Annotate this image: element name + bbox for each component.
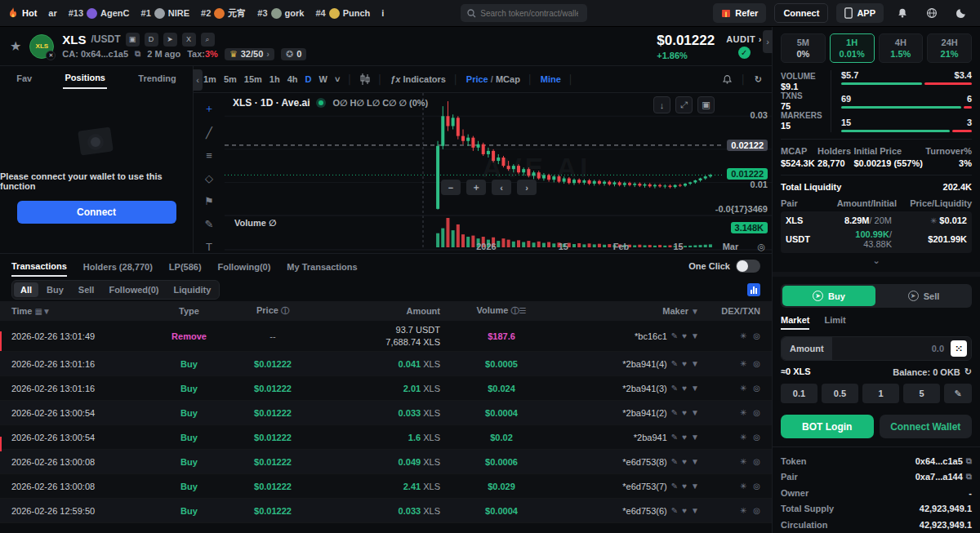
dice-icon[interactable]: ⁙ bbox=[951, 340, 967, 357]
stat-24h[interactable]: 24H21% bbox=[927, 33, 972, 63]
filter-liquidity[interactable]: Liquidity bbox=[167, 282, 218, 297]
edit-note-icon[interactable]: ✎ bbox=[671, 384, 678, 393]
forecast-tool-icon[interactable]: ⚑ bbox=[204, 195, 214, 207]
dex-icon[interactable]: ✳ bbox=[740, 457, 746, 466]
sort-icon[interactable]: ☰ bbox=[519, 306, 527, 315]
dex-icon[interactable]: ✳ bbox=[740, 482, 746, 491]
notifications-bell-icon[interactable] bbox=[892, 7, 913, 19]
tab-market[interactable]: Market bbox=[781, 315, 809, 330]
edit-note-icon[interactable]: ✎ bbox=[671, 331, 678, 340]
trend-item[interactable]: #4Punch bbox=[315, 8, 370, 19]
dex-icon[interactable]: ✳ bbox=[740, 408, 746, 417]
heart-icon[interactable]: ♥ bbox=[682, 359, 687, 368]
heart-icon[interactable]: ♥ bbox=[682, 506, 687, 515]
quick-5[interactable]: 5 bbox=[903, 384, 940, 403]
timeframe-5m[interactable]: 5m bbox=[224, 74, 237, 84]
edit-note-icon[interactable]: ✎ bbox=[671, 506, 678, 515]
image-icon[interactable]: ▣ bbox=[126, 33, 140, 47]
filter-funnel-icon[interactable]: ▼ bbox=[42, 307, 51, 316]
heart-icon[interactable]: ♥ bbox=[682, 408, 687, 417]
table-row[interactable]: 2026-02-26 13:00:54 Buy $0.01222 0.033 X… bbox=[0, 401, 772, 425]
search-input[interactable] bbox=[480, 9, 578, 18]
timeframe-4h[interactable]: 4h bbox=[287, 74, 298, 84]
search-token-icon[interactable]: ⌕ bbox=[201, 33, 215, 47]
edit-note-icon[interactable]: ✎ bbox=[671, 482, 678, 491]
quick-1[interactable]: 1 bbox=[862, 384, 899, 403]
pair-row-xls[interactable]: XLS 8.29M/ 20M ✳ $0.012 bbox=[786, 215, 967, 225]
txn-link-icon[interactable]: ◎ bbox=[753, 408, 760, 417]
pattern-tool-icon[interactable]: ◇ bbox=[205, 172, 213, 184]
refresh-icon[interactable]: ↻ bbox=[755, 74, 762, 85]
trend-item[interactable]: i bbox=[381, 8, 384, 18]
funnel-icon[interactable]: ▼ bbox=[691, 482, 699, 491]
edit-note-icon[interactable]: ✎ bbox=[671, 433, 678, 442]
quick-0.1[interactable]: 0.1 bbox=[781, 384, 817, 403]
timeframe-15m[interactable]: 15m bbox=[244, 74, 262, 84]
tab-lp[interactable]: LP(586) bbox=[169, 256, 202, 276]
connect-button[interactable]: Connect bbox=[774, 3, 828, 23]
price-mcap-switch[interactable]: Price / MCap bbox=[466, 74, 520, 84]
heart-icon[interactable]: ♥ bbox=[682, 384, 687, 393]
axis-settings-gear-icon[interactable]: ◎ bbox=[757, 242, 765, 252]
trendline-tool-icon[interactable]: ╱ bbox=[206, 127, 212, 139]
dex-icon[interactable]: ✳ bbox=[740, 433, 746, 442]
tab-my-transactions[interactable]: My Transactions bbox=[287, 256, 357, 276]
table-row[interactable]: 2026-02-26 13:01:16 Buy $0.01222 2.01 XL… bbox=[0, 376, 772, 401]
stat-4h[interactable]: 4H1.5% bbox=[879, 33, 924, 63]
rank-pill[interactable]: ♛32/50› bbox=[225, 48, 274, 60]
favorite-star-icon[interactable]: ★ bbox=[10, 38, 21, 54]
heart-icon[interactable]: ♥ bbox=[682, 331, 687, 340]
funnel-icon[interactable]: ▼ bbox=[691, 433, 699, 442]
heart-icon[interactable]: ♥ bbox=[682, 482, 687, 491]
timeframe-1h[interactable]: 1h bbox=[270, 74, 280, 84]
panel-collapse-handle[interactable]: › bbox=[763, 30, 773, 53]
text-tool-icon[interactable]: T bbox=[206, 241, 212, 253]
crosshair-tool-icon[interactable]: ＋ bbox=[204, 101, 215, 116]
brush-tool-icon[interactable]: ✎ bbox=[205, 218, 214, 230]
one-click-toggle[interactable] bbox=[736, 260, 760, 273]
trend-item[interactable]: #1NIRE bbox=[141, 8, 190, 19]
txn-link-icon[interactable]: ◎ bbox=[753, 384, 760, 393]
distribution-chart-icon[interactable] bbox=[747, 283, 760, 296]
zoom-in-button[interactable]: ＋ bbox=[466, 180, 486, 195]
buy-button[interactable]: ➤Buy bbox=[782, 286, 875, 306]
filter-sell[interactable]: Sell bbox=[72, 282, 101, 297]
txn-link-icon[interactable]: ◎ bbox=[753, 433, 760, 442]
pan-left-button[interactable]: ‹ bbox=[492, 180, 511, 195]
funnel-icon[interactable]: ▼ bbox=[691, 506, 699, 515]
txn-link-icon[interactable]: ◎ bbox=[753, 457, 760, 466]
filter-followed[interactable]: Followed(0) bbox=[102, 282, 165, 297]
tab-transactions[interactable]: Transactions bbox=[11, 255, 67, 277]
filter-all[interactable]: All bbox=[14, 282, 38, 297]
app-button[interactable]: APP bbox=[836, 3, 884, 23]
filter-buy[interactable]: Buy bbox=[40, 282, 70, 297]
refresh-balance-icon[interactable]: ↻ bbox=[964, 366, 972, 377]
copy-icon[interactable]: ⧉ bbox=[966, 472, 972, 482]
connect-wallet-button[interactable]: Connect Wallet bbox=[880, 415, 973, 438]
connect-wallet-button[interactable]: Connect bbox=[17, 201, 176, 224]
timeframe-1d[interactable]: D bbox=[305, 74, 312, 84]
table-row[interactable]: 2026-02-26 13:01:16 Buy $0.01222 0.041 X… bbox=[0, 352, 772, 376]
scroll-down-icon[interactable]: ↓ bbox=[653, 96, 670, 113]
language-globe-icon[interactable] bbox=[921, 7, 942, 19]
funnel-icon[interactable]: ▼ bbox=[691, 359, 699, 368]
candle-style-icon[interactable] bbox=[360, 73, 370, 85]
funnel-icon[interactable]: ▼ bbox=[691, 331, 699, 340]
tab-following[interactable]: Following(0) bbox=[218, 256, 271, 276]
stat-5m[interactable]: 5M0% bbox=[781, 33, 826, 63]
search-box[interactable] bbox=[461, 4, 587, 22]
table-row[interactable]: 2026-02-26 13:00:08 Buy $0.01222 2.41 XL… bbox=[0, 474, 772, 499]
funnel-icon[interactable]: ▼ bbox=[691, 408, 699, 417]
expand-chevron-icon[interactable]: ⌄ bbox=[781, 255, 972, 266]
timeframe-1w[interactable]: W bbox=[318, 74, 327, 84]
theme-moon-icon[interactable] bbox=[951, 7, 972, 19]
heart-icon[interactable]: ♥ bbox=[682, 457, 687, 466]
table-row[interactable]: 2026-02-26 13:00:08 Buy $0.01222 0.049 X… bbox=[0, 450, 772, 474]
txn-link-icon[interactable]: ◎ bbox=[753, 359, 760, 368]
dex-icon[interactable]: ✳ bbox=[740, 384, 746, 393]
pan-right-button[interactable]: › bbox=[517, 180, 537, 195]
trend-item[interactable]: #2元宵 bbox=[201, 7, 246, 20]
table-row[interactable]: 2026-02-26 12:59:50 Buy $0.01222 0.033 X… bbox=[0, 499, 772, 523]
trend-item[interactable]: #13AgenC bbox=[69, 8, 130, 19]
trend-item[interactable]: ar bbox=[48, 8, 56, 18]
